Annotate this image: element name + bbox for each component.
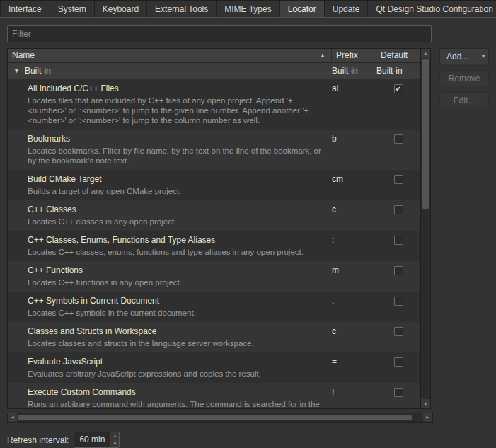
remove-button[interactable]: Remove xyxy=(439,70,489,86)
filter-description: Builds a target of any open CMake projec… xyxy=(28,186,325,196)
filter-description: Locates C++ classes, enums, functions an… xyxy=(28,247,325,257)
default-checkbox[interactable] xyxy=(394,266,403,275)
vertical-scrollbar[interactable]: ▲ ▼ xyxy=(420,49,430,408)
default-checkbox[interactable] xyxy=(394,134,403,144)
tab-bar: InterfaceSystemKeyboardExternal ToolsMIM… xyxy=(0,0,496,18)
refresh-interval-spinbox[interactable]: 60 min ▲ ▼ xyxy=(74,432,120,448)
filter-default-cell xyxy=(376,265,420,287)
footer: Refresh interval: 60 min ▲ ▼ xyxy=(7,432,489,448)
filter-prefix: : xyxy=(332,235,376,257)
edit-button[interactable]: Edit... xyxy=(439,92,489,108)
scroll-right-icon[interactable]: ► xyxy=(423,413,432,422)
default-checkbox[interactable] xyxy=(394,84,403,93)
add-button[interactable]: Add... ▾ xyxy=(439,48,489,64)
filter-title: C++ Classes xyxy=(28,205,325,215)
default-checkbox[interactable] xyxy=(394,297,403,306)
filter-description: Runs an arbitrary command with arguments… xyxy=(28,399,325,408)
filter-title: C++ Functions xyxy=(28,265,325,276)
filter-title: Build CMake Target xyxy=(28,174,325,185)
tab-locator[interactable]: Locator xyxy=(280,0,325,17)
dropdown-caret-icon[interactable]: ▾ xyxy=(478,49,485,64)
filter-description: Locates bookmarks. Filter by file name, … xyxy=(28,146,325,166)
refresh-interval-value[interactable]: 60 min xyxy=(74,432,110,447)
filter-title: All Included C/C++ Files xyxy=(28,84,325,94)
filter-description: Locates classes and structs in the langu… xyxy=(28,338,325,348)
vertical-scroll-thumb[interactable] xyxy=(422,59,429,209)
filter-name-cell: C++ Functions Locates C++ functions in a… xyxy=(8,265,332,287)
filter-title: Bookmarks xyxy=(28,134,325,144)
filter-prefix: c xyxy=(332,326,376,348)
table-row[interactable]: C++ Symbols in Current Document Locates … xyxy=(8,292,420,322)
filter-name-cell: Build CMake Target Builds a target of an… xyxy=(8,174,332,196)
table-row[interactable]: C++ Classes, Enums, Functions and Type A… xyxy=(8,231,420,261)
filter-name-cell: C++ Classes, Enums, Functions and Type A… xyxy=(8,235,332,257)
preferences-window: InterfaceSystemKeyboardExternal ToolsMIM… xyxy=(0,0,496,448)
filter-title: C++ Classes, Enums, Functions and Type A… xyxy=(28,235,325,246)
filter-title: Execute Custom Commands xyxy=(28,387,325,398)
filter-prefix: cm xyxy=(332,174,376,196)
scroll-up-icon[interactable]: ▲ xyxy=(421,49,430,58)
filter-default-cell xyxy=(376,296,420,318)
table-row[interactable]: Bookmarks Locates bookmarks. Filter by f… xyxy=(8,130,420,170)
tab-keyboard[interactable]: Keyboard xyxy=(95,0,147,17)
filter-description: Evaluates arbitrary JavaScript expressio… xyxy=(28,369,325,379)
default-checkbox[interactable] xyxy=(394,327,403,336)
scroll-left-icon[interactable]: ◄ xyxy=(8,413,17,422)
filter-description: Locates C++ symbols in the current docum… xyxy=(28,308,325,318)
vertical-scroll-track[interactable] xyxy=(421,58,430,399)
filter-name-cell: Bookmarks Locates bookmarks. Filter by f… xyxy=(8,134,332,166)
filter-prefix: = xyxy=(332,357,376,379)
column-header-default[interactable]: Default xyxy=(376,49,420,62)
default-checkbox[interactable] xyxy=(394,175,403,184)
filter-title: C++ Symbols in Current Document xyxy=(28,296,325,306)
default-checkbox[interactable] xyxy=(394,357,403,367)
table-header[interactable]: Name ▲ Prefix Default xyxy=(8,49,420,63)
filter-default-cell xyxy=(376,235,420,257)
filter-prefix: c xyxy=(332,205,376,226)
filter-prefix: ai xyxy=(332,84,376,125)
table-row[interactable]: Execute Custom Commands Runs an arbitrar… xyxy=(8,383,420,408)
filter-prefix: m xyxy=(332,265,376,287)
column-header-name[interactable]: Name ▲ xyxy=(8,49,332,62)
default-checkbox[interactable] xyxy=(394,388,403,397)
tab-external-tools[interactable]: External Tools xyxy=(147,0,217,17)
table-row[interactable]: Evaluate JavaScript Evaluates arbitrary … xyxy=(8,352,420,383)
locator-filters-table: Name ▲ Prefix Default ▼ Built-in Built xyxy=(7,48,431,409)
horizontal-scroll-thumb[interactable] xyxy=(18,415,412,420)
table-row[interactable]: Classes and Structs in Workspace Locates… xyxy=(8,322,420,352)
table-body: ▼ Built-in Built-in Built-in All Include… xyxy=(8,63,420,408)
add-button-label: Add... xyxy=(446,52,468,62)
filter-default-cell xyxy=(376,387,420,408)
spin-down-icon[interactable]: ▼ xyxy=(110,440,119,447)
column-header-prefix[interactable]: Prefix xyxy=(332,49,376,62)
filter-description: Locates files that are included by C++ f… xyxy=(28,96,325,125)
tab-system[interactable]: System xyxy=(50,0,95,17)
default-checkbox[interactable] xyxy=(394,205,403,214)
group-row-built-in[interactable]: ▼ Built-in Built-in Built-in xyxy=(8,63,420,79)
filter-input[interactable] xyxy=(7,25,432,42)
scroll-down-icon[interactable]: ▼ xyxy=(421,399,430,408)
table-row[interactable]: All Included C/C++ Files Locates files t… xyxy=(8,79,420,130)
horizontal-scroll-track[interactable] xyxy=(17,413,423,422)
refresh-interval-label: Refresh interval: xyxy=(7,435,69,445)
tab-qt-design-studio-configuration[interactable]: Qt Design Studio Configuration xyxy=(368,0,496,17)
filter-name-cell: C++ Classes Locates C++ classes in any o… xyxy=(8,205,332,226)
default-checkbox[interactable] xyxy=(394,236,403,245)
table-row[interactable]: C++ Functions Locates C++ functions in a… xyxy=(8,261,420,292)
horizontal-scrollbar[interactable]: ◄ ► xyxy=(7,413,433,423)
group-name-label: Built-in xyxy=(25,66,51,76)
table-row[interactable]: Build CMake Target Builds a target of an… xyxy=(8,170,420,200)
sort-ascending-icon: ▲ xyxy=(320,50,325,61)
spin-up-icon[interactable]: ▲ xyxy=(110,432,119,440)
table-row[interactable]: C++ Classes Locates C++ classes in any o… xyxy=(8,200,420,231)
side-button-panel: Add... ▾ Remove Edit... xyxy=(439,48,489,409)
filter-default-cell xyxy=(376,84,420,125)
collapse-caret-icon[interactable]: ▼ xyxy=(13,67,20,74)
filter-name-cell: All Included C/C++ Files Locates files t… xyxy=(8,84,332,125)
tab-mime-types[interactable]: MIME Types xyxy=(217,0,279,17)
tab-interface[interactable]: Interface xyxy=(0,0,50,17)
filter-default-cell xyxy=(376,134,420,166)
locator-settings-page: Name ▲ Prefix Default ▼ Built-in Built xyxy=(0,18,496,448)
filter-description: Locates C++ classes in any open project. xyxy=(28,217,325,226)
tab-update[interactable]: Update xyxy=(325,0,369,17)
